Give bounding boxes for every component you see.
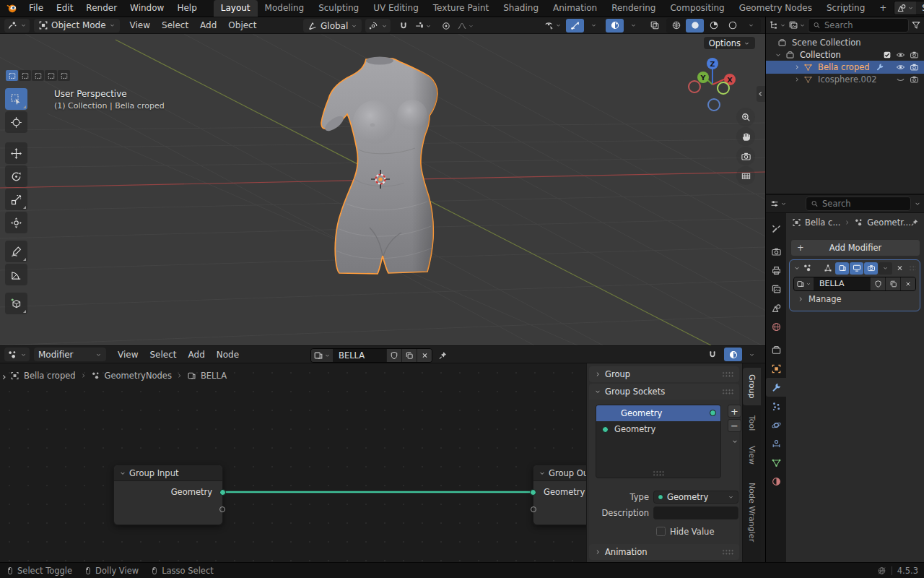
gizmo-axis-z[interactable]: Z xyxy=(707,58,718,69)
ptab-collection[interactable] xyxy=(766,340,786,359)
ptab-view-layer[interactable] xyxy=(766,280,786,298)
breadcrumb-modifier[interactable]: GeometryNodes xyxy=(105,371,172,381)
perspective-toggle-button[interactable] xyxy=(736,166,755,185)
snap-settings[interactable] xyxy=(413,19,433,33)
properties-editor-type-button[interactable] xyxy=(770,199,787,209)
menu-edit[interactable]: Edit xyxy=(50,0,79,16)
camera-view-button[interactable] xyxy=(736,147,755,165)
zoom-button[interactable] xyxy=(736,108,755,126)
shading-material[interactable] xyxy=(705,19,723,33)
orientation-selector[interactable]: Global xyxy=(303,19,362,33)
tab-rendering[interactable]: Rendering xyxy=(604,0,663,17)
unlink-node-group-button[interactable] xyxy=(417,349,432,362)
tool-select-box[interactable] xyxy=(5,88,27,110)
node-overlays-toggle[interactable] xyxy=(724,348,742,361)
breadcrumb-modifier-name[interactable]: Geometr... xyxy=(867,217,910,228)
modifier-unlink-button[interactable] xyxy=(900,277,915,290)
modifier-copy-button[interactable] xyxy=(885,277,900,290)
icosphere-hide-icon[interactable] xyxy=(896,74,905,85)
node-snap-toggle[interactable] xyxy=(703,348,721,361)
bella-hide-icon[interactable] xyxy=(896,62,905,72)
shading-solid[interactable] xyxy=(686,19,704,33)
node-group-name-field[interactable]: BELLA xyxy=(333,349,386,362)
torso-mesh-object[interactable] xyxy=(321,57,437,275)
modifier-drag-grip[interactable] xyxy=(909,265,916,271)
gizmo-axis-y[interactable]: Y xyxy=(697,72,709,83)
editor-type-button-3d[interactable] xyxy=(4,19,30,33)
editor-type-button-nodes[interactable] xyxy=(4,348,30,361)
tab-modeling[interactable]: Modeling xyxy=(258,0,312,17)
select-mode-subtract[interactable] xyxy=(32,70,44,81)
manage-subpanel[interactable]: Manage xyxy=(790,292,920,306)
list-resize-grip[interactable] xyxy=(653,470,665,476)
fake-user-shield-button[interactable] xyxy=(386,349,401,362)
modifier-realtime-toggle[interactable] xyxy=(850,262,863,275)
breadcrumb-group[interactable]: BELLA xyxy=(201,371,227,381)
node-editor-toolbar-toggle[interactable] xyxy=(0,372,8,382)
menu-file[interactable]: File xyxy=(22,0,50,16)
collection-render-icon[interactable] xyxy=(910,50,919,60)
visibility-dropdown[interactable] xyxy=(543,19,563,33)
gizmos-dropdown[interactable] xyxy=(585,19,603,33)
mode-selector[interactable]: Object Mode xyxy=(34,19,120,33)
scene-name[interactable]: Scene xyxy=(916,3,924,13)
breadcrumb-object[interactable]: Bella croped xyxy=(24,371,76,381)
collection-checkbox-icon[interactable] xyxy=(883,50,892,60)
tab-geometry-nodes[interactable]: Geometry Nodes xyxy=(732,0,819,17)
ptab-render[interactable] xyxy=(766,242,786,261)
pin-node-group-icon[interactable] xyxy=(432,350,453,361)
tool-cursor[interactable] xyxy=(5,111,27,133)
overlays-toggle[interactable] xyxy=(606,19,624,33)
properties-options-dropdown[interactable] xyxy=(914,199,921,209)
ptab-world[interactable] xyxy=(766,317,786,336)
node-overlays-dropdown[interactable] xyxy=(743,348,761,361)
modifier-on-cage-toggle[interactable] xyxy=(821,262,834,275)
ptab-physics[interactable] xyxy=(766,415,786,434)
group-sockets-panel-header[interactable]: Group Sockets xyxy=(589,384,739,400)
outliner-search-input[interactable]: Search xyxy=(808,18,909,33)
tool-scale[interactable] xyxy=(5,189,27,210)
ptab-tool[interactable] xyxy=(766,219,786,238)
tool-rotate[interactable] xyxy=(5,165,27,187)
tab-texture-paint[interactable]: Texture Paint xyxy=(426,0,496,17)
gizmo-axis-z-neg[interactable] xyxy=(707,98,720,111)
pan-button[interactable] xyxy=(736,127,755,146)
modifier-edit-mode-toggle[interactable] xyxy=(835,262,849,275)
group-panel-header[interactable]: Group xyxy=(589,366,739,382)
outliner-row-icosphere[interactable]: Icosphere.002 xyxy=(766,73,924,86)
node-editor[interactable]: Bella croped GeometryNodes BELLA Group I… xyxy=(0,363,765,562)
menu-render[interactable]: Render xyxy=(79,0,123,16)
panel-grip[interactable] xyxy=(722,371,734,377)
viewport-menu-view[interactable]: View xyxy=(124,20,156,30)
node-menu-add[interactable]: Add xyxy=(183,350,211,360)
shading-dropdown[interactable] xyxy=(742,19,760,33)
tool-transform[interactable] xyxy=(5,212,27,233)
snap-toggle[interactable] xyxy=(394,19,412,33)
gizmos-toggle[interactable] xyxy=(566,19,584,33)
options-button[interactable]: Options xyxy=(704,37,755,49)
bella-render-icon[interactable] xyxy=(910,62,919,72)
tab-compositing[interactable]: Compositing xyxy=(663,0,731,17)
node-menu-view[interactable]: View xyxy=(112,350,144,360)
ptab-modifiers[interactable] xyxy=(766,378,786,397)
tool-add-cube[interactable] xyxy=(5,293,27,314)
viewport-menu-add[interactable]: Add xyxy=(194,20,222,30)
tool-annotate[interactable] xyxy=(5,241,27,262)
socket-type-dropdown[interactable]: Geometry xyxy=(653,491,738,504)
ptab-output[interactable] xyxy=(766,261,786,280)
add-workspace-button[interactable]: + xyxy=(872,0,894,17)
sidebar-tab-node-wrangler[interactable]: Node Wrangler xyxy=(743,472,761,553)
shading-rendered[interactable] xyxy=(723,19,741,33)
ptab-particles[interactable] xyxy=(766,397,786,415)
group-output-geometry-socket[interactable] xyxy=(530,489,536,496)
sidebar-tab-group[interactable]: Group xyxy=(743,368,761,405)
outliner-display-mode[interactable] xyxy=(769,20,786,30)
group-input-geometry-socket[interactable] xyxy=(219,489,226,496)
pivot-selector[interactable] xyxy=(365,19,391,33)
node-group-browse-button[interactable] xyxy=(311,349,333,362)
ptab-object[interactable] xyxy=(766,359,786,378)
proportional-edit-toggle[interactable] xyxy=(437,19,455,33)
group-input-node[interactable]: Group Input Geometry xyxy=(113,465,223,525)
select-mode-new[interactable] xyxy=(6,70,18,81)
hide-value-checkbox[interactable] xyxy=(656,527,666,536)
